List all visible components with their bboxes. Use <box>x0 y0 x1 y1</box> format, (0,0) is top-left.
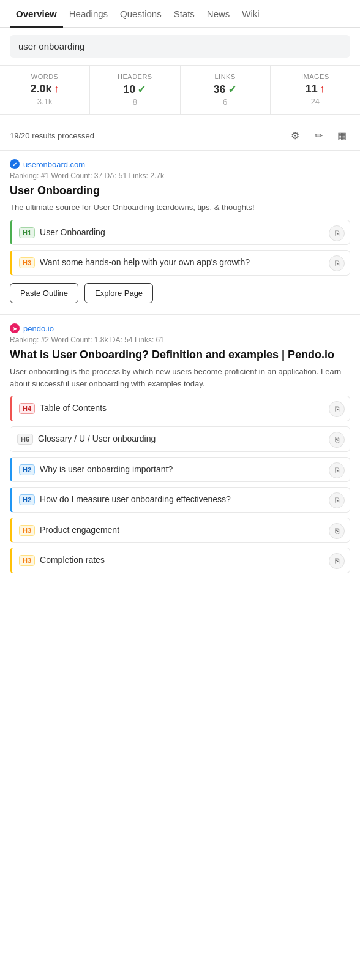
copy-heading-h2-1[interactable]: ⎘ <box>329 462 345 478</box>
stat-images-label: IMAGES <box>273 73 358 80</box>
tab-headings[interactable]: Headings <box>63 0 114 28</box>
heading-badge-h3-2: H3 <box>19 525 35 536</box>
heading-badge-h3-1: H3 <box>19 257 35 268</box>
heading-item-h2-2: H2 How do I measure user onboarding effe… <box>10 487 350 513</box>
result2-site-link[interactable]: ➤ pendo.io <box>10 323 350 333</box>
heading-badge-h6: H6 <box>17 434 33 445</box>
result1-title: User Onboarding <box>10 184 350 198</box>
heading-item-h3-2: H3 Product engagement ⎘ <box>10 518 350 543</box>
heading-text-h3-3: Completion rates <box>40 554 326 567</box>
stat-headers-sub: 8 <box>92 97 177 107</box>
paste-outline-button[interactable]: Paste Outline <box>10 283 78 303</box>
stat-links-value: 36 ✓ <box>183 83 268 96</box>
copy-heading-h3-1[interactable]: ⎘ <box>329 255 345 271</box>
stat-words-label: WORDS <box>2 73 87 80</box>
tab-wiki[interactable]: Wiki <box>236 0 265 28</box>
result1-site-link[interactable]: ✔ useronboard.com <box>10 159 350 169</box>
result-card-2: ➤ pendo.io Ranking: #2 Word Count: 1.8k … <box>0 314 360 587</box>
stat-words-sub: 3.1k <box>2 97 87 106</box>
images-up-arrow: ↑ <box>320 83 325 96</box>
result2-desc: User onboarding is the process by which … <box>10 366 350 390</box>
copy-heading-h3-3[interactable]: ⎘ <box>329 553 345 569</box>
stat-words-value: 2.0k ↑ <box>2 83 87 96</box>
search-query-display: user onboarding <box>10 35 350 58</box>
result-card-1: ✔ useronboard.com Ranking: #1 Word Count… <box>0 150 360 314</box>
heading-badge-h2-2: H2 <box>19 494 35 505</box>
result2-ranking-meta: Ranking: #2 Word Count: 1.8k DA: 54 Link… <box>10 336 350 344</box>
heading-item-h3-1: H3 Want some hands-on help with your own… <box>10 250 350 276</box>
heading-text-h2-2: How do I measure user onboarding effecti… <box>40 494 326 506</box>
result2-favicon: ➤ <box>10 323 20 333</box>
stat-links-label: LINKS <box>183 73 268 80</box>
result1-site-url: useronboard.com <box>23 160 85 169</box>
copy-heading-h6[interactable]: ⎘ <box>329 432 345 448</box>
tab-questions[interactable]: Questions <box>114 0 168 28</box>
heading-item-h2-1: H2 Why is user onboarding important? ⎘ <box>10 457 350 483</box>
result1-desc: The ultimate source for User Onboarding … <box>10 202 350 214</box>
stat-images-value: 11 ↑ <box>273 83 358 96</box>
headers-check: ✓ <box>137 83 146 96</box>
stat-links: LINKS 36 ✓ 6 <box>181 66 271 114</box>
heading-text-h1: User Onboarding <box>40 227 326 239</box>
tab-overview[interactable]: Overview <box>10 0 63 28</box>
stat-headers: HEADERS 10 ✓ 8 <box>90 66 180 114</box>
tab-news[interactable]: News <box>201 0 236 28</box>
heading-text-h2-1: Why is user onboarding important? <box>40 464 326 476</box>
heading-item-h4: H4 Table of Contents ⎘ <box>10 396 350 421</box>
chart-icon[interactable]: ▦ <box>333 127 350 144</box>
result2-title: What is User Onboarding? Definition and … <box>10 348 350 362</box>
copy-heading-h3-2[interactable]: ⎘ <box>329 523 345 539</box>
links-check: ✓ <box>228 83 237 96</box>
result1-ranking-meta: Ranking: #1 Word Count: 37 DA: 51 Links:… <box>10 172 350 180</box>
heading-item-h3-3: H3 Completion rates ⎘ <box>10 548 350 573</box>
copy-heading-h4[interactable]: ⎘ <box>329 401 345 417</box>
result1-favicon: ✔ <box>10 159 20 169</box>
heading-badge-h3-3: H3 <box>19 555 35 566</box>
explore-page-button[interactable]: Explore Page <box>84 283 153 303</box>
results-action-icons: ⚙ ✏ ▦ <box>287 127 350 144</box>
heading-badge-h4: H4 <box>19 403 35 414</box>
result1-action-btns: Paste Outline Explore Page <box>10 283 350 303</box>
gear-icon[interactable]: ⚙ <box>287 127 304 144</box>
heading-text-h3-1: Want some hands-on help with your own ap… <box>40 257 326 269</box>
results-processed-text: 19/20 results processed <box>10 131 94 140</box>
heading-text-h6: Glossary / U / User onboarding <box>38 433 326 445</box>
stat-images-sub: 24 <box>273 97 358 106</box>
copy-heading-h1[interactable]: ⎘ <box>329 225 345 241</box>
stat-headers-value: 10 ✓ <box>92 83 177 96</box>
heading-item-h6: H6 Glossary / U / User onboarding ⎘ <box>10 426 350 452</box>
tab-stats[interactable]: Stats <box>168 0 201 28</box>
pencil-icon[interactable]: ✏ <box>310 127 327 144</box>
stats-bar: WORDS 2.0k ↑ 3.1k HEADERS 10 ✓ 8 LINKS 3… <box>0 65 360 115</box>
heading-text-h3-2: Product engagement <box>40 524 326 537</box>
heading-text-h4: Table of Contents <box>40 402 326 415</box>
words-up-arrow: ↑ <box>54 83 59 96</box>
heading-badge-h1: H1 <box>19 227 35 238</box>
stat-headers-label: HEADERS <box>92 73 177 80</box>
heading-badge-h2-1: H2 <box>19 464 35 475</box>
results-bar: 19/20 results processed ⚙ ✏ ▦ <box>0 122 360 150</box>
stat-links-sub: 6 <box>183 97 268 107</box>
result2-site-url: pendo.io <box>23 324 54 333</box>
stat-words: WORDS 2.0k ↑ 3.1k <box>0 66 90 114</box>
copy-heading-h2-2[interactable]: ⎘ <box>329 492 345 508</box>
nav-tabs: Overview Headings Questions Stats News W… <box>0 0 360 28</box>
heading-item-h1: H1 User Onboarding ⎘ <box>10 220 350 246</box>
stat-images: IMAGES 11 ↑ 24 <box>271 66 360 114</box>
